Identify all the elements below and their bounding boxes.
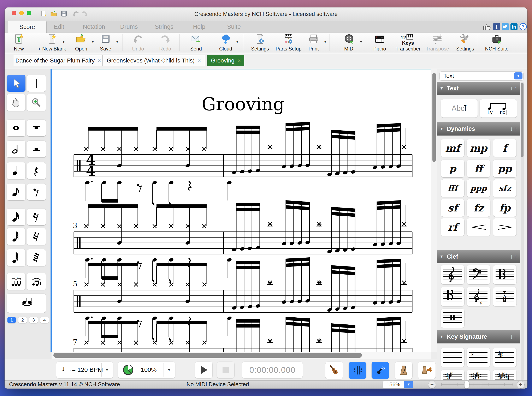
half-rest[interactable]	[27, 141, 46, 157]
loop-button[interactable]	[349, 362, 366, 379]
barline-tool[interactable]	[27, 75, 46, 92]
palette-section-header-key-signature[interactable]: ▼ Key Signature ↓ ↑	[437, 330, 520, 344]
dropdown-caret-icon[interactable]: ▾	[360, 40, 362, 44]
page-button-1[interactable]: 1	[7, 317, 16, 323]
menu-tab-notation[interactable]: Notation	[77, 21, 111, 33]
key-signature-2-sharps-button[interactable]: ♯♯	[493, 348, 516, 367]
dynamic-ppp-button[interactable]: ppp	[467, 179, 490, 197]
clef-bass-button[interactable]	[467, 265, 490, 284]
dynamic-mp-button[interactable]: mp	[467, 139, 490, 157]
move-down-icon[interactable]: ↓	[510, 126, 513, 132]
document-tab-1[interactable]: Dance of the Sugar Plum Fairy×	[14, 55, 103, 66]
zoom-in-tool[interactable]	[27, 94, 46, 111]
dynamic-sfz-button[interactable]: sfz	[493, 179, 516, 197]
clef-tab-button[interactable]: TAB	[493, 287, 516, 306]
dropdown-caret-icon[interactable]: ▾	[324, 40, 326, 44]
vscroll-thumb[interactable]	[432, 73, 436, 162]
clef-percussion-button[interactable]	[441, 309, 464, 328]
collapse-triangle-icon[interactable]: ▼	[440, 334, 443, 339]
half-note[interactable]	[7, 141, 25, 157]
playback-speed-control[interactable]: 100% ▼	[118, 362, 175, 378]
stop-button[interactable]	[217, 362, 234, 378]
bpm-dropdown-icon[interactable]: ▼	[105, 368, 109, 372]
menu-tab-drums[interactable]: Drums	[112, 21, 146, 33]
zoom-in-button[interactable]: +	[517, 381, 525, 389]
thumbs-up-icon[interactable]	[483, 23, 491, 31]
chevron-down-icon[interactable]: ▾	[514, 72, 522, 79]
dynamic-f-button[interactable]: f	[493, 139, 516, 157]
dynamic-fz-button[interactable]: fz	[467, 199, 490, 217]
whole-rest[interactable]	[27, 120, 46, 136]
clef-tenor-button[interactable]	[441, 287, 464, 306]
dropdown-caret-icon[interactable]: ▾	[236, 40, 238, 44]
dynamic-sf-button[interactable]: sf	[441, 199, 464, 217]
quarter-note[interactable]	[7, 163, 25, 179]
palette-category-select[interactable]: Text ▾	[439, 71, 524, 81]
piano-button[interactable]: Piano	[364, 34, 395, 52]
close-tab-icon[interactable]: ×	[197, 57, 201, 64]
palette-scrollbar[interactable]	[521, 82, 524, 380]
key-signature-3-sharps-button[interactable]: ♯♯♯	[441, 370, 464, 380]
page-button-3[interactable]: 3	[30, 317, 38, 323]
palette-section-header-text[interactable]: ▼ Text ↓ ↑	[437, 82, 520, 95]
pan-tool[interactable]	[7, 94, 25, 111]
menu-tab-help[interactable]: Help	[183, 21, 216, 33]
save-icon[interactable]	[60, 10, 68, 18]
settings-button[interactable]: Settings	[244, 34, 276, 52]
beam-tool[interactable]	[27, 273, 46, 290]
dynamic-rf-button[interactable]: rf	[441, 218, 464, 236]
zoom-level-select[interactable]: 156%	[383, 381, 404, 388]
dynamic-p-button[interactable]: p	[441, 160, 464, 177]
tempo-bpm-control[interactable]: ♩. = 120 BPM ▼	[56, 362, 113, 378]
menu-tab-strings[interactable]: Strings	[148, 21, 181, 33]
move-down-icon[interactable]: ↓	[510, 85, 513, 91]
dynamic-pp-button[interactable]: pp	[493, 160, 516, 177]
violin-button[interactable]	[325, 362, 343, 379]
collapse-triangle-icon[interactable]: ▼	[440, 126, 443, 131]
dynamic-fff-button[interactable]: fff	[441, 179, 464, 197]
whole-note[interactable]	[7, 120, 25, 136]
thirty-second-note[interactable]	[7, 228, 25, 245]
sixty-fourth-rest[interactable]	[27, 249, 46, 266]
zoom-chevron-icon[interactable]: ▾	[404, 381, 413, 388]
settings-button[interactable]: Settings	[450, 34, 481, 52]
play-button[interactable]	[195, 362, 212, 378]
key-signature-0-sharps-button[interactable]	[441, 348, 464, 367]
zoom-slider-track[interactable]	[441, 384, 513, 385]
lyric-tool-button[interactable]: Lyric	[480, 99, 517, 117]
close-tab-icon[interactable]: ×	[97, 57, 101, 64]
menu-tab-suite[interactable]: Suite	[217, 21, 250, 33]
palette-section-header-clef[interactable]: ▼ Clef ↓ ↑	[437, 250, 520, 263]
dynamic-ff-button[interactable]: ff	[467, 160, 490, 177]
facebook-icon[interactable]: f	[493, 23, 501, 31]
thirty-second-rest[interactable]	[27, 228, 46, 245]
sixty-fourth-note[interactable]	[7, 249, 25, 266]
move-up-icon[interactable]: ↑	[515, 126, 518, 132]
menu-tab-edit[interactable]: Edit	[42, 21, 76, 33]
move-up-icon[interactable]: ↑	[515, 253, 518, 260]
hscroll-thumb[interactable]	[53, 353, 362, 358]
zoom-out-button[interactable]: −	[428, 381, 436, 389]
score-canvas[interactable]: Grooving44357	[52, 69, 432, 352]
move-up-icon[interactable]: ↑	[515, 85, 518, 91]
microphone-button[interactable]	[372, 362, 389, 379]
document-tab-2[interactable]: Greensleeves (What Child is This)×	[103, 55, 205, 66]
open-folder-icon[interactable]	[50, 10, 58, 18]
score-horizontal-scrollbar[interactable]	[52, 352, 432, 359]
metronome-sound-button[interactable]	[418, 362, 436, 379]
undo-icon[interactable]	[72, 10, 80, 18]
dynamic-fp-button[interactable]: fp	[493, 199, 516, 217]
palette-scroll-thumb[interactable]	[521, 83, 524, 157]
sixteenth-rest[interactable]	[27, 209, 46, 225]
key-signature-5-sharps-button[interactable]: ♯♯♯♯♯	[493, 370, 516, 380]
move-up-icon[interactable]: ↑	[515, 333, 518, 340]
dynamic-crescendo-button[interactable]	[467, 218, 490, 236]
move-down-icon[interactable]: ↓	[510, 333, 513, 340]
close-tab-icon[interactable]: ×	[237, 57, 241, 64]
page-button-2[interactable]: 2	[18, 317, 27, 323]
dropdown-caret-icon[interactable]: ▾	[116, 40, 118, 44]
collapse-triangle-icon[interactable]: ▼	[440, 254, 443, 259]
nch-suite-button[interactable]: NCH Suite	[481, 34, 512, 52]
dropdown-caret-icon[interactable]: ▾	[63, 40, 65, 44]
score-title[interactable]: Grooving	[202, 94, 284, 114]
